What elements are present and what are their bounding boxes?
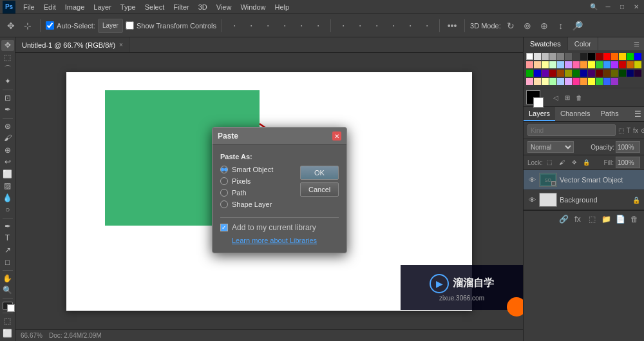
text-tool[interactable]: T [1,233,14,244]
layer-type-icon[interactable]: ⬚ [618,125,624,135]
tab-channels[interactable]: Channels [555,107,595,121]
swatch-cream[interactable] [542,78,549,85]
swatch-darkred2[interactable] [619,61,626,68]
swatch-lightgray2[interactable] [542,53,549,60]
history-brush-tool[interactable]: ↩ [1,157,14,168]
swatch-nearblack[interactable] [580,53,587,60]
marquee-tool[interactable]: ⬚ [1,52,14,63]
swatch-amber[interactable] [580,61,587,68]
menu-window[interactable]: Window [236,2,269,12]
fg-color[interactable] [3,302,13,311]
swatch-olive[interactable] [565,70,572,77]
swatch-maroon[interactable] [549,70,556,77]
menu-edit[interactable]: Edit [40,2,60,12]
align-center-icon[interactable]: ⬝ [244,19,258,33]
lock-all-icon[interactable]: 🔒 [582,157,592,168]
swatch-brightyellow[interactable] [588,61,595,68]
swatch-lavender[interactable] [565,78,572,85]
fill-input[interactable] [616,157,640,168]
link-layers-icon[interactable]: 🔗 [558,213,569,225]
cancel-button[interactable]: Cancel [300,182,339,197]
layer-item-background[interactable]: 👁 Background 🔒 [524,190,644,210]
3d-roll-icon[interactable]: ↕ [554,19,568,33]
clone-tool[interactable]: ⊕ [1,144,14,155]
swatch-orange[interactable] [611,53,618,60]
menu-filter[interactable]: Filter [169,2,193,12]
hand-tool[interactable]: ✋ [1,273,14,284]
pen-tool[interactable]: ✒ [1,221,14,232]
magic-wand-tool[interactable]: ✦ [1,76,14,87]
document-tab[interactable]: Untitled-1 @ 66.7% (RGB/8#) × [15,37,130,52]
swatch-red[interactable] [603,53,611,60]
menu-layer[interactable]: Layer [90,2,115,12]
swatch-darkbrown[interactable] [603,70,611,77]
close-icon[interactable]: ✕ [631,2,641,12]
swatch-black[interactable] [588,53,595,60]
swatch-darkblue[interactable] [534,70,541,77]
lock-image-icon[interactable]: 🖌 [557,157,567,168]
distribute-right-icon[interactable]: ⬝ [370,19,384,33]
swatch-darkred[interactable] [596,53,603,60]
radio-smart-object[interactable] [220,166,228,173]
swatch-green[interactable] [627,53,634,60]
swatch-brightblue[interactable] [603,61,611,68]
swatch-lightorange[interactable] [534,61,541,68]
quick-mask-tool[interactable]: ⬚ [1,316,14,327]
distribute-bottom-icon[interactable]: ⬝ [420,19,434,33]
swatch-darkolive[interactable] [611,70,618,77]
align-right-icon[interactable]: ⬝ [261,19,275,33]
move2-icon[interactable]: ⊹ [21,19,35,33]
opacity-input[interactable] [616,141,640,153]
move-icon[interactable]: ✥ [4,19,18,33]
option-shape-layer[interactable]: Shape Layer [220,200,295,208]
layer-item-smart-object[interactable]: 👁 SO Vector Smart Object [524,170,644,190]
swatch-darkmaroon[interactable] [596,70,603,77]
lock-position-icon[interactable]: ✥ [569,157,580,168]
brush-tool[interactable]: 🖌 [1,133,14,144]
swatch-pink2[interactable] [526,78,533,85]
layer-filter-icon[interactable]: T [627,125,630,135]
swatch-brown[interactable] [557,70,564,77]
auto-select-type[interactable]: Layer [98,19,123,33]
crop-tool[interactable]: ⊡ [1,92,14,103]
swatch-midgray2[interactable] [557,53,564,60]
swatch-lightgray1[interactable] [534,53,541,60]
tab-close-button[interactable]: × [119,41,123,48]
swatch-purple2[interactable] [611,78,618,85]
layer-mode-icon[interactable]: ⊙ [641,125,644,135]
swatch-navy[interactable] [580,70,587,77]
prev-color-icon[interactable]: ◁ [551,92,561,102]
3d-pan-icon[interactable]: ⊕ [537,19,551,33]
option-path[interactable]: Path [220,189,295,197]
menu-file[interactable]: File [19,2,39,12]
align-middle-icon[interactable]: ⬝ [294,19,308,33]
swatch-tangerine[interactable] [580,78,587,85]
spot-heal-tool[interactable]: ⊛ [1,121,14,132]
swatch-darkgray1[interactable] [565,53,572,60]
swatch-yellow[interactable] [619,53,626,60]
menu-3d[interactable]: 3D [194,2,211,12]
swatch-lime[interactable] [596,78,603,85]
tab-paths[interactable]: Paths [596,107,624,121]
option-pixels[interactable]: Pixels [220,177,295,185]
swatch-peach[interactable] [534,78,541,85]
swatch-lightpurple[interactable] [565,61,572,68]
layer-visibility-bg[interactable]: 👁 [527,195,536,204]
3d-rotate-icon[interactable]: ↻ [504,19,518,33]
swatch-verydarkpurple[interactable] [634,70,641,77]
new-group-icon[interactable]: 📁 [600,213,612,225]
menu-image[interactable]: Image [61,2,89,12]
new-layer-icon[interactable]: 📄 [614,213,626,225]
auto-select-option[interactable]: Auto-Select: Layer [46,19,123,33]
swatch-midgray1[interactable] [549,53,556,60]
layers-panel-menu[interactable]: ☰ [632,107,644,121]
swatch-blue[interactable] [634,53,641,60]
eraser-tool[interactable]: ⬜ [1,169,14,180]
swatch-forestgreen[interactable] [573,70,580,77]
search-icon[interactable]: 🔍 [589,2,599,12]
blend-mode-select[interactable]: Normal [527,141,574,153]
minimize-icon[interactable]: ─ [603,2,613,12]
menu-select[interactable]: Select [141,2,169,12]
delete-layer-icon[interactable]: 🗑 [629,213,640,225]
move-tool[interactable]: ✥ [1,40,14,51]
